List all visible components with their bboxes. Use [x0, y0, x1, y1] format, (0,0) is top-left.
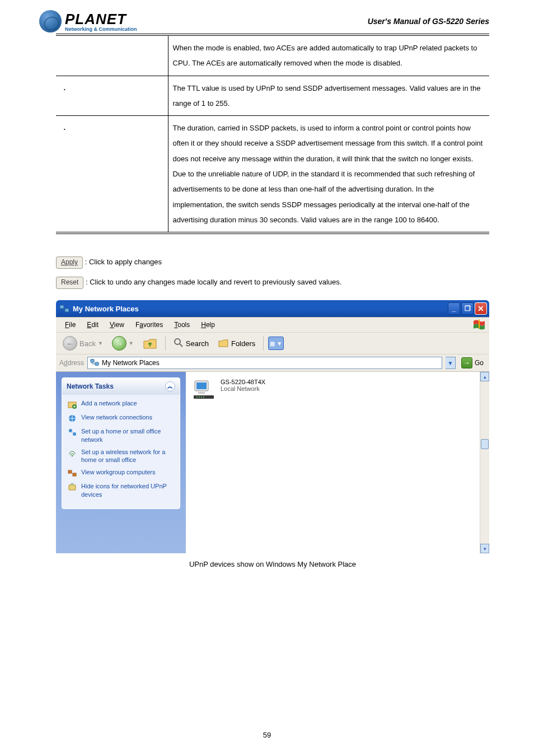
address-input[interactable]: My Network Places — [87, 357, 442, 369]
param-name-cell: • — [56, 76, 168, 116]
tasks-pane: Network Tasks ︽ Add a network place View… — [56, 372, 186, 553]
workgroup-icon — [68, 469, 77, 478]
content-pane: GS-5220-48T4X Local Network ▴ ▾ — [186, 372, 489, 553]
menu-tools[interactable]: Tools — [168, 320, 195, 330]
network-connections-icon — [68, 414, 77, 423]
svg-point-22 — [199, 396, 200, 398]
device-name: GS-5220-48T4X — [221, 379, 265, 385]
folders-icon — [218, 338, 229, 349]
apply-desc: : Click to apply changes — [85, 258, 162, 267]
bullet-icon: • — [60, 87, 65, 92]
restore-button[interactable]: ❐ — [461, 302, 474, 315]
up-folder-button[interactable] — [139, 335, 161, 351]
task-home-network[interactable]: Set up a home or small office network — [68, 427, 174, 444]
address-bar: Address My Network Places ▼ → Go — [56, 354, 489, 371]
svg-rect-18 — [196, 382, 207, 389]
param-desc-cell: The duration, carried in SSDP packets, i… — [168, 116, 489, 234]
menu-view[interactable]: View — [104, 320, 130, 330]
folders-button[interactable]: Folders — [214, 337, 259, 351]
scroll-up-icon[interactable]: ▴ — [480, 372, 489, 381]
device-icon — [191, 379, 216, 402]
menu-file[interactable]: File — [59, 320, 81, 330]
forward-button[interactable]: → ▼ — [109, 335, 137, 352]
page-header: PLANET Networking & Communication User's… — [0, 0, 534, 34]
close-icon: ✕ — [477, 304, 484, 313]
svg-rect-16 — [69, 485, 76, 490]
chevron-down-icon: ▼ — [98, 340, 103, 346]
logo: PLANET Networking & Communication — [39, 10, 137, 32]
manual-title: User's Manual of GS-5220 Series — [368, 17, 489, 26]
explorer-window: My Network Places _ ❐ ✕ File Edit View F… — [56, 300, 489, 553]
titlebar: My Network Places _ ❐ ✕ — [56, 300, 489, 317]
svg-point-21 — [196, 396, 198, 398]
svg-rect-1 — [65, 309, 69, 312]
param-name-cell — [56, 35, 168, 76]
chevron-down-icon: ▼ — [448, 360, 453, 366]
svg-rect-0 — [60, 305, 64, 309]
go-button[interactable]: → Go — [459, 356, 486, 370]
minimize-icon: _ — [452, 305, 456, 312]
svg-rect-14 — [68, 470, 72, 473]
scroll-thumb[interactable] — [481, 439, 489, 449]
table-row: • The duration, carried in SSDP packets,… — [56, 116, 489, 234]
search-button[interactable]: Search — [170, 337, 212, 351]
table-row: When the mode is enabled, two ACEs are a… — [56, 35, 489, 76]
svg-point-13 — [72, 455, 73, 457]
network-places-icon — [59, 304, 69, 314]
apply-button[interactable]: Apply — [56, 256, 83, 269]
address-dropdown[interactable]: ▼ — [446, 357, 456, 369]
collapse-icon[interactable]: ︽ — [165, 381, 175, 391]
task-workgroup[interactable]: View workgroup computers — [68, 468, 174, 478]
search-icon — [174, 338, 184, 349]
chevron-down-icon: ▼ — [129, 340, 134, 346]
brand-name: PLANET — [65, 11, 137, 28]
device-location: Local Network — [221, 385, 265, 392]
toolbar: ← Back ▼ → ▼ Search — [56, 332, 489, 354]
separator — [165, 336, 166, 351]
scroll-down-icon[interactable]: ▾ — [480, 544, 489, 553]
windows-flag-icon — [472, 319, 486, 331]
task-wireless-network[interactable]: Set up a wireless network for a home or … — [68, 448, 174, 464]
views-button[interactable]: ▦▼ — [268, 337, 284, 350]
chevron-down-icon: ▼ — [277, 340, 282, 347]
restore-icon: ❐ — [465, 305, 471, 312]
svg-point-23 — [201, 396, 202, 398]
parameter-table: When the mode is enabled, two ACEs are a… — [56, 34, 489, 234]
home-network-icon — [68, 428, 77, 437]
views-icon: ▦ — [270, 340, 275, 347]
svg-rect-5 — [91, 359, 94, 362]
menu-edit[interactable]: Edit — [81, 320, 104, 330]
task-add-network-place[interactable]: Add a network place — [68, 399, 174, 409]
button-descriptions: Apply : Click to apply changes Reset : C… — [56, 256, 489, 289]
menu-help[interactable]: Help — [195, 320, 221, 330]
explorer-body: Network Tasks ︽ Add a network place View… — [56, 371, 489, 553]
tasks-heading[interactable]: Network Tasks ︽ — [62, 378, 180, 395]
go-arrow-icon: → — [461, 357, 472, 368]
table-row: • The TTL value is used by UPnP to send … — [56, 76, 489, 116]
scrollbar[interactable]: ▴ ▾ — [480, 372, 489, 553]
upnp-device-item[interactable]: GS-5220-48T4X Local Network — [186, 372, 489, 409]
brand-tagline: Networking & Communication — [65, 26, 137, 32]
back-button[interactable]: ← Back ▼ — [59, 335, 106, 352]
address-label: Address — [59, 359, 84, 367]
network-tasks-box: Network Tasks ︽ Add a network place View… — [62, 377, 180, 509]
task-hide-upnp[interactable]: Hide icons for networked UPnP devices — [68, 482, 174, 498]
task-view-connections[interactable]: View network connections — [68, 413, 174, 423]
bullet-icon: • — [60, 127, 65, 132]
reset-button[interactable]: Reset — [56, 277, 83, 289]
svg-line-4 — [180, 344, 182, 347]
separator — [263, 336, 264, 351]
svg-rect-19 — [198, 392, 205, 394]
svg-rect-6 — [95, 362, 99, 365]
wireless-icon — [68, 449, 77, 458]
minimize-button[interactable]: _ — [448, 302, 460, 315]
menu-favorites[interactable]: Favorites — [130, 320, 168, 330]
svg-line-12 — [71, 431, 74, 434]
close-button[interactable]: ✕ — [475, 302, 487, 315]
window-title: My Network Places — [73, 305, 139, 313]
folder-up-icon — [143, 337, 157, 350]
page-number: 59 — [0, 731, 534, 739]
add-place-icon — [68, 400, 77, 409]
address-value: My Network Places — [102, 359, 160, 367]
reset-desc: : Click to undo any changes made locally… — [86, 278, 341, 287]
